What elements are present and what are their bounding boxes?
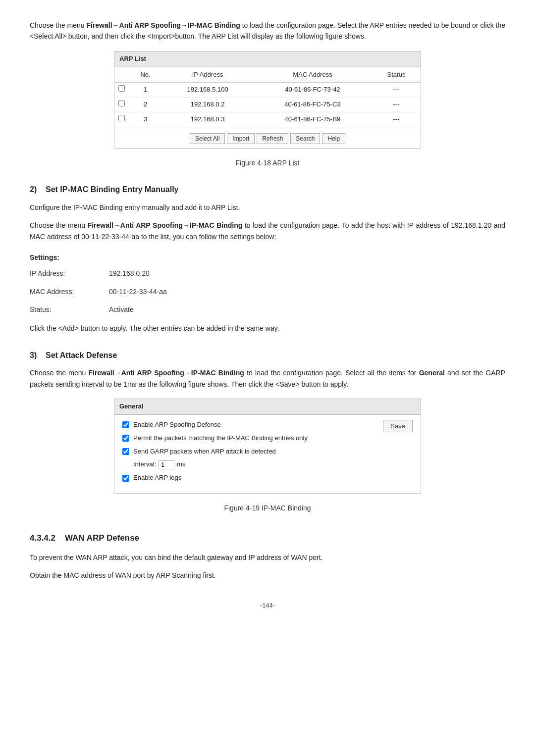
- section432-para1: To prevent the WAN ARP attack, you can b…: [30, 552, 505, 563]
- select-all-button[interactable]: Select All: [190, 133, 225, 144]
- col-no: No.: [129, 67, 162, 83]
- general-checkbox-row: Permit the packets matching the IP-MAC B…: [122, 433, 413, 444]
- general-body: Enable ARP Spoofing Defense Permit the p…: [114, 415, 421, 493]
- row-no: 2: [129, 98, 162, 112]
- row-no: 1: [129, 83, 162, 98]
- settings-row: IP Address: 192.168.0.20: [30, 268, 505, 279]
- settings-label: MAC Address:: [30, 286, 109, 297]
- col-mac: MAC Address: [253, 67, 372, 83]
- row-ip: 192.168.5.100: [162, 83, 253, 98]
- figure1-caption: Figure 4-18 ARP List: [30, 157, 505, 168]
- section2-para2: Choose the menu Firewall→Anti ARP Spoofi…: [30, 220, 505, 242]
- table-row: 1 192.168.5.100 40-61-86-FC-73-42 ---: [114, 83, 421, 98]
- interval-unit: ms: [177, 459, 185, 470]
- row-mac: 40-61-86-FC-75-C3: [253, 98, 372, 112]
- general-checkbox-row: Send GARP packets when ARP attack is det…: [122, 447, 413, 457]
- general-checkbox-label: Enable ARP logs: [133, 473, 181, 483]
- section3-bold-menu: Firewall→Anti ARP Spoofing→IP-MAC Bindin…: [89, 369, 244, 377]
- arp-list-title: ARP List: [114, 51, 421, 67]
- arp-buttons-row: Select AllImportRefreshSearchHelp: [114, 129, 421, 148]
- settings-heading: Settings:: [30, 252, 505, 263]
- section2-bold-menu: Firewall→Anti ARP Spoofing→IP-MAC Bindin…: [88, 221, 243, 229]
- settings-row: MAC Address: 00-11-22-33-44-aa: [30, 286, 505, 297]
- settings-label: Status:: [30, 304, 109, 315]
- row-status: ---: [372, 112, 421, 126]
- col-checkbox: [114, 67, 129, 83]
- refresh-button[interactable]: Refresh: [257, 133, 288, 144]
- general-checkbox-row: Enable ARP logs: [122, 473, 413, 483]
- row-status: ---: [372, 83, 421, 98]
- general-container: General Enable ARP Spoofing Defense Perm…: [114, 399, 421, 494]
- col-status: Status: [372, 67, 421, 83]
- section2-heading: 2) Set IP-MAC Binding Entry Manually: [30, 183, 505, 196]
- arp-list-container: ARP List No. IP Address MAC Address Stat…: [114, 51, 421, 149]
- row-mac: 40-61-86-FC-75-B9: [253, 112, 372, 126]
- general-checkbox-3[interactable]: [122, 475, 129, 482]
- intro-bold-menu: Firewall→Anti ARP Spoofing→IP-MAC Bindin…: [86, 21, 240, 29]
- general-checkbox-label: Permit the packets matching the IP-MAC B…: [133, 433, 308, 444]
- settings-label: IP Address:: [30, 268, 109, 279]
- row-ip: 192.168.0.3: [162, 112, 253, 126]
- arp-table: No. IP Address MAC Address Status 1 192.…: [114, 67, 421, 127]
- row-checkbox[interactable]: [114, 83, 129, 98]
- help-button[interactable]: Help: [322, 133, 345, 144]
- col-ip: IP Address: [162, 67, 253, 83]
- general-checkbox-row: Enable ARP Spoofing Defense: [122, 420, 413, 430]
- interval-label: Interval:: [133, 459, 156, 470]
- table-row: 2 192.168.0.2 40-61-86-FC-75-C3 ---: [114, 98, 421, 112]
- page-number: -144-: [30, 601, 505, 611]
- row-status: ---: [372, 98, 421, 112]
- general-checkbox-0[interactable]: [122, 421, 129, 428]
- import-button[interactable]: Import: [227, 133, 255, 144]
- search-button[interactable]: Search: [290, 133, 320, 144]
- section432-para2: Obtain the MAC address of WAN port by AR…: [30, 570, 505, 581]
- figure2-caption: Figure 4-19 IP-MAC Binding: [30, 503, 505, 513]
- settings-row: Status: Activate: [30, 304, 505, 315]
- general-checkbox-1[interactable]: [122, 435, 129, 442]
- general-checkbox-label: Send GARP packets when ARP attack is det…: [133, 447, 276, 457]
- interval-row: Interval: ms: [133, 459, 413, 470]
- save-button[interactable]: Save: [383, 420, 413, 432]
- section2-para1: Configure the IP-MAC Binding entry manua…: [30, 202, 505, 213]
- general-checkbox-label: Enable ARP Spoofing Defense: [133, 420, 221, 430]
- section2-para3: Click the <Add> button to apply. The oth…: [30, 323, 505, 334]
- general-checkbox-2[interactable]: [122, 448, 129, 455]
- table-row: 3 192.168.0.3 40-61-86-FC-75-B9 ---: [114, 112, 421, 126]
- section3-para1: Choose the menu Firewall→Anti ARP Spoofi…: [30, 367, 505, 390]
- row-checkbox[interactable]: [114, 98, 129, 112]
- settings-value: 00-11-22-33-44-aa: [109, 286, 167, 297]
- settings-value: 192.168.0.20: [109, 268, 150, 279]
- row-no: 3: [129, 112, 162, 126]
- section3-bold-general: General: [419, 369, 445, 377]
- settings-value: Activate: [109, 304, 134, 315]
- row-ip: 192.168.0.2: [162, 98, 253, 112]
- intro-paragraph: Choose the menu Firewall→Anti ARP Spoofi…: [30, 20, 505, 42]
- row-mac: 40-61-86-FC-73-42: [253, 83, 372, 98]
- section432-heading: 4.3.4.2 WAN ARP Defense: [30, 531, 505, 545]
- section3-heading: 3) Set Attack Defense: [30, 349, 505, 362]
- row-checkbox[interactable]: [114, 112, 129, 126]
- interval-input[interactable]: [159, 460, 174, 469]
- general-title: General: [114, 399, 421, 415]
- settings-table: IP Address: 192.168.0.20 MAC Address: 00…: [30, 268, 505, 315]
